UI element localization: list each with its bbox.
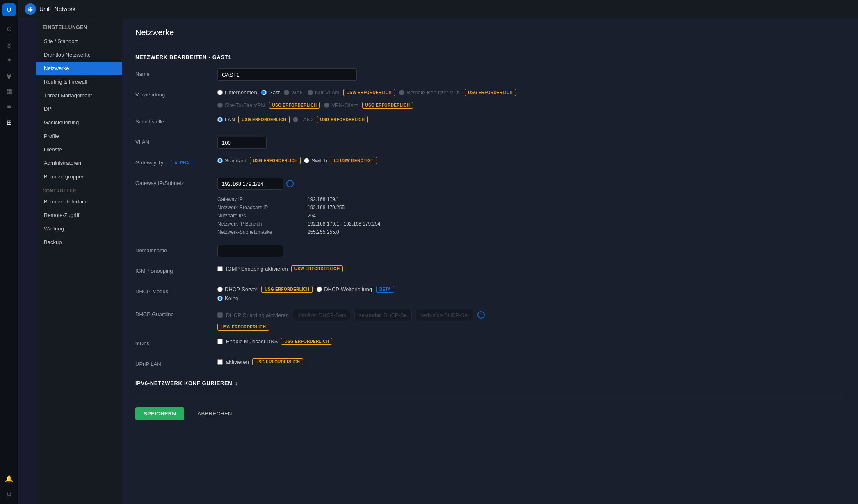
sidebar-item-site[interactable]: Site / Standort [36, 34, 122, 48]
gateway-ip-info-icon[interactable]: i [286, 180, 294, 187]
topology-icon[interactable]: ✦ [2, 53, 16, 66]
chevron-right-icon: › [235, 380, 237, 386]
bell-icon[interactable]: 🔔 [2, 472, 16, 485]
sidebar-item-usergroups[interactable]: Benutzergruppen [36, 170, 122, 183]
sidebar-item-profile[interactable]: Profile [36, 129, 122, 143]
gateway-ip-details: Gateway IP 192.168.179.1 Netzwerk-Broadc… [217, 196, 381, 237]
sidebar-item-label: Benutzergruppen [44, 173, 85, 180]
cancel-button[interactable]: ABBRECHEN [189, 407, 240, 420]
sidebar-item-threat-management[interactable]: Threat Management [36, 89, 122, 102]
sidebar-item-label: Benutzer-Interface [44, 198, 88, 205]
dhcp-weiterleitung-option[interactable]: DHCP-Weiterleitung [317, 286, 372, 292]
vlan-input[interactable] [217, 137, 267, 149]
name-input[interactable] [217, 68, 357, 81]
sidebar-item-routing-firewall[interactable]: Routing & Firewall [36, 75, 122, 89]
mdns-value: Enable Multicast DNS USG ERFORDERLICH [217, 338, 845, 345]
sidebar-item-label: Profile [44, 133, 59, 139]
verwendung-gast[interactable]: Gast [261, 89, 280, 96]
sidebar-header: Einstellungen [36, 25, 122, 34]
domainname-row: Domainname [135, 245, 845, 258]
sidebar-item-label: Gaststeuerung [44, 119, 79, 125]
badge-usg-lan: USG ERFORDERLICH [238, 116, 290, 123]
sidebar-item-admins[interactable]: Administratoren [36, 156, 122, 170]
igmp-checkbox[interactable]: IGMP Snooping aktivieren [217, 266, 288, 272]
sidebar-item-label: Threat Management [44, 92, 92, 98]
charts-icon[interactable]: ▦ [2, 84, 16, 98]
gateway-ip-label: Gateway IP/Subnetz [135, 178, 217, 186]
ipv6-label: IPV6-NETZWERK KONFIGURIEREN [135, 380, 232, 386]
verwendung-remote-vpn: Remote-Benutzer VPN [399, 89, 461, 96]
nutzbare-ips-value: 254 [308, 213, 316, 219]
domainname-input[interactable] [217, 245, 283, 257]
igmp-checkbox-label: IGMP Snooping aktivieren [226, 266, 288, 272]
gateway-typ-standard[interactable]: Standard [217, 157, 246, 164]
badge-usg-erforderlich-3: USG ERFORDERLICH [362, 102, 413, 109]
alerts-icon[interactable]: ◉ [2, 69, 16, 82]
dhcp-guarding-primary [293, 309, 350, 321]
sidebar-item-label: Remote-Zugriff [44, 212, 79, 218]
sidebar-item-remote-access[interactable]: Remote-Zugriff [36, 208, 122, 222]
domainname-value [217, 245, 845, 257]
gateway-ip-input[interactable] [217, 178, 283, 190]
verwendung-row: Verwendung Unternehmen Gast [135, 89, 845, 109]
settings-icon[interactable]: ⚙ [2, 488, 16, 501]
sidebar-item-networks[interactable]: Netzwerke [36, 62, 122, 75]
ipv6-configure[interactable]: IPV6-NETZWERK KONFIGURIEREN › [135, 380, 845, 386]
igmp-row: IGMP Snooping IGMP Snooping aktivieren U… [135, 265, 845, 278]
mdns-checkbox[interactable]: Enable Multicast DNS [217, 338, 278, 344]
schnittstelle-row: Schnittstelle LAN USG ERFORDERLICH LAN2 … [135, 116, 845, 129]
dhcp-modus-row: DHCP-Modus DHCP-Server USG ERFORDERLICH … [135, 286, 845, 301]
gateway-ip-detail-value-1: 192.168.179.1 [308, 196, 339, 202]
dhcp-guarding-info-icon[interactable]: i [477, 311, 485, 319]
sidebar-item-label: Drahtlos-Netzwerke [44, 52, 91, 58]
action-bar: SPEICHERN ABBRECHEN [135, 399, 845, 420]
dhcp-guarding-checkbox[interactable]: DHCP Guarding aktivieren [217, 312, 289, 318]
stats-icon[interactable]: ◎ [2, 38, 16, 51]
ip-bereich-label: Netzwerk IP Bereich [217, 221, 299, 227]
gateway-ip-row: Gateway IP/Subnetz i Gateway IP 192.168.… [135, 178, 845, 237]
badge-usw-erforderlich-1: USW ERFORDERLICH [343, 89, 395, 96]
sidebar: Einstellungen Site / Standort Drahtlos-N… [36, 18, 122, 504]
sidebar-item-guest[interactable]: Gaststeuerung [36, 116, 122, 129]
save-button[interactable]: SPEICHERN [135, 407, 184, 420]
subnetz-label: Netzwerk-Subnetzmaske [217, 229, 299, 235]
gateway-typ-options: Standard USG ERFORDERLICH Switch L3 USW … [217, 157, 845, 164]
sidebar-item-wireless[interactable]: Drahtlos-Netzwerke [36, 48, 122, 62]
badge-usg-erforderlich-2: USG ERFORDERLICH [269, 102, 320, 109]
calendar-icon[interactable]: ⊞ [2, 116, 16, 129]
gateway-typ-switch[interactable]: Switch [304, 157, 327, 164]
sidebar-item-label: Site / Standort [44, 38, 78, 44]
mdns-row: mDns Enable Multicast DNS USG ERFORDERLI… [135, 338, 845, 351]
dhcp-beta-badge: BETA [376, 286, 394, 293]
upnp-value: aktivieren USG ERFORDERLICH [217, 358, 845, 365]
verwendung-unternehmen[interactable]: Unternehmen [217, 89, 257, 96]
dhcp-guarding-connected [416, 309, 473, 321]
home-icon[interactable]: ⊙ [2, 22, 16, 35]
verwendung-label: Verwendung [135, 89, 217, 98]
gateway-broadcast-value: 192.168.179.255 [308, 205, 345, 210]
verwendung-wan: WAN [284, 89, 303, 96]
sidebar-item-label: DPI [44, 106, 53, 112]
dhcp-guarding-row: DHCP Guarding DHCP Guarding aktivieren i… [135, 309, 845, 331]
logo-button[interactable]: U [2, 3, 16, 16]
name-label: Name [135, 68, 217, 77]
igmp-label: IGMP Snooping [135, 265, 217, 274]
dhcp-server-option[interactable]: DHCP-Server [217, 286, 257, 292]
upnp-label: UPnP LAN [135, 358, 217, 367]
vlan-value [217, 137, 845, 149]
sidebar-item-user-interface[interactable]: Benutzer-Interface [36, 195, 122, 208]
gateway-typ-label: Gateway Typ ALPHA [135, 157, 217, 166]
sidebar-item-backup[interactable]: Backup [36, 235, 122, 249]
nutzbare-ips-label: Nutzbare IPs [217, 213, 299, 219]
gateway-broadcast-label: Netzwerk-Broadcast-IP [217, 205, 299, 210]
sidebar-item-maintenance[interactable]: Wartung [36, 222, 122, 235]
dhcp-modus-label: DHCP-Modus [135, 286, 217, 294]
upnp-checkbox[interactable]: aktivieren [217, 359, 249, 365]
section-title: NETZWERK BEARBEITEN - GAST1 [135, 54, 845, 60]
sidebar-item-label: Routing & Firewall [44, 79, 87, 85]
sidebar-item-dpi[interactable]: DPI [36, 102, 122, 116]
schnittstelle-lan[interactable]: LAN [217, 116, 235, 123]
bars-icon[interactable]: ≡ [2, 100, 16, 113]
dhcp-keine-option[interactable]: Keine [217, 295, 238, 301]
sidebar-item-services[interactable]: Dienste [36, 143, 122, 156]
